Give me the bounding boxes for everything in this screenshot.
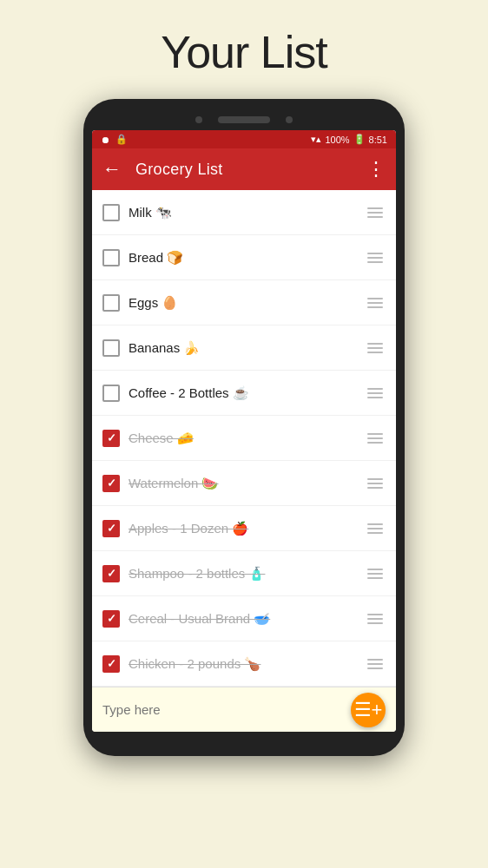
list-item: Bananas 🍌 [92, 326, 396, 371]
drag-handle-5[interactable] [365, 383, 386, 404]
list-item: Cereal - Usual Brand 🥣 [92, 596, 396, 641]
item-text-6: Cheese 🧀 [129, 431, 356, 446]
item-text-11: Chicken - 2 pounds 🍗 [129, 656, 356, 672]
item-text-10: Cereal - Usual Brand 🥣 [129, 611, 356, 627]
status-left: ⏺ 🔒 [101, 134, 128, 145]
drag-handle-6[interactable] [365, 428, 386, 449]
item-text-9: Shampoo - 2 bottles 🧴 [129, 566, 356, 582]
drag-handle-8[interactable] [365, 518, 386, 539]
list-item: Chicken - 2 pounds 🍗 [92, 641, 396, 687]
drag-handle-7[interactable] [365, 473, 386, 494]
back-button[interactable]: ← [102, 158, 122, 181]
status-bar: ⏺ 🔒 ▾▴ 100% 🔋 8:51 [92, 130, 396, 148]
speaker [218, 116, 270, 123]
checkbox-item-6[interactable] [102, 430, 120, 447]
drag-handle-11[interactable] [365, 654, 386, 674]
list-item: Watermelon 🍉 [92, 461, 396, 506]
battery-percent: 100% [325, 135, 349, 145]
page-title: Your List [161, 26, 326, 78]
type-here-input[interactable] [102, 702, 351, 717]
checkbox-item-2[interactable] [102, 249, 120, 266]
list-item: Milk 🐄 [92, 190, 396, 235]
checkbox-item-3[interactable] [102, 294, 120, 312]
status-right: ▾▴ 100% 🔋 8:51 [311, 134, 387, 145]
item-text-8: Apples - 1 Dozen 🍎 [129, 521, 356, 536]
lock-icon: 🔒 [115, 134, 128, 145]
phone-screen: ⏺ 🔒 ▾▴ 100% 🔋 8:51 ← Grocery List ⋮ Milk… [92, 130, 396, 732]
item-text-2: Bread 🍞 [129, 250, 356, 266]
phone-bottom-bar [92, 732, 396, 744]
drag-handle-3[interactable] [365, 293, 386, 313]
record-icon: ⏺ [101, 135, 110, 145]
list-item: Coffee - 2 Bottles ☕ [92, 371, 396, 416]
drag-handle-9[interactable] [365, 563, 386, 584]
list-item: Eggs 🥚 [92, 280, 396, 326]
phone-device: ⏺ 🔒 ▾▴ 100% 🔋 8:51 ← Grocery List ⋮ Milk… [83, 99, 405, 756]
sensor-dot [286, 116, 293, 123]
item-text-7: Watermelon 🍉 [129, 476, 356, 491]
checkbox-item-10[interactable] [102, 610, 120, 628]
checkbox-item-7[interactable] [102, 475, 120, 492]
checkbox-item-5[interactable] [102, 385, 120, 402]
checkbox-item-4[interactable] [102, 339, 120, 357]
checkbox-item-8[interactable] [102, 520, 120, 537]
battery-icon: 🔋 [353, 134, 366, 145]
list-item: Shampoo - 2 bottles 🧴 [92, 551, 396, 596]
checkbox-item-1[interactable] [102, 204, 120, 221]
camera-dot [195, 116, 202, 123]
time-display: 8:51 [369, 135, 387, 145]
add-item-button[interactable]: ☰+ [351, 693, 386, 727]
signal-icon: ▾▴ [311, 134, 321, 145]
phone-top-bar [92, 111, 396, 130]
input-bar: ☰+ [92, 687, 396, 732]
list-item: Apples - 1 Dozen 🍎 [92, 506, 396, 551]
drag-handle-1[interactable] [365, 202, 386, 223]
app-bar: ← Grocery List ⋮ [92, 148, 396, 190]
checkbox-item-11[interactable] [102, 655, 120, 673]
add-list-icon: ☰+ [354, 699, 383, 721]
more-options-button[interactable]: ⋮ [366, 158, 386, 181]
item-text-5: Coffee - 2 Bottles ☕ [129, 385, 356, 401]
drag-handle-4[interactable] [365, 338, 386, 358]
checkbox-item-9[interactable] [102, 565, 120, 582]
drag-handle-2[interactable] [365, 247, 386, 268]
item-text-1: Milk 🐄 [129, 205, 356, 220]
item-text-4: Bananas 🍌 [129, 340, 356, 356]
drag-handle-10[interactable] [365, 608, 386, 629]
list-item: Cheese 🧀 [92, 416, 396, 461]
app-bar-title: Grocery List [135, 161, 366, 179]
item-text-3: Eggs 🥚 [129, 295, 356, 311]
grocery-list: Milk 🐄Bread 🍞Eggs 🥚Bananas 🍌Coffee - 2 B… [92, 190, 396, 687]
list-item: Bread 🍞 [92, 235, 396, 280]
